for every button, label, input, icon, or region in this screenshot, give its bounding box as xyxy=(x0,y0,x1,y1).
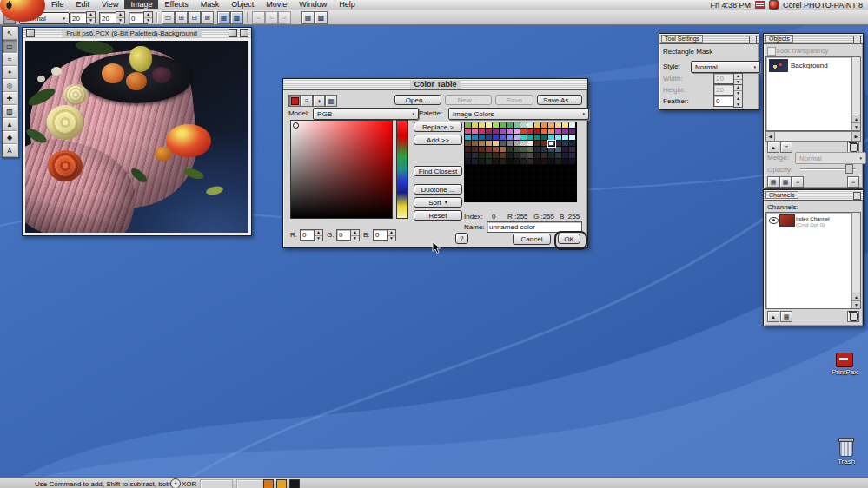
palette-swatch[interactable] xyxy=(562,189,569,195)
channels-tab[interactable]: Channels xyxy=(765,191,798,199)
toolbar-width-stepper[interactable]: ▲▼ xyxy=(86,11,96,23)
palette-swatch[interactable] xyxy=(520,171,527,177)
palette-swatch[interactable] xyxy=(562,159,569,165)
menu-edit[interactable]: Edit xyxy=(70,0,96,9)
palette-swatch[interactable] xyxy=(493,147,500,153)
palette-swatch[interactable] xyxy=(479,183,486,189)
palette-swatch[interactable] xyxy=(493,195,500,201)
pick-tool[interactable]: ↖ xyxy=(3,27,17,40)
menu-object[interactable]: Object xyxy=(225,0,260,9)
stepper-down-icon[interactable]: ▼ xyxy=(315,236,322,241)
layer-name[interactable]: Background xyxy=(791,62,828,69)
menu-clock[interactable]: Fri 4:38 PM xyxy=(710,1,751,10)
desktop-icon-printpax[interactable]: PrintPax xyxy=(825,353,864,376)
channels-vscroll[interactable]: ▲ ▼ xyxy=(851,213,860,308)
palette-swatch[interactable] xyxy=(569,135,576,141)
palette-swatch[interactable] xyxy=(562,177,569,183)
palette-swatch[interactable] xyxy=(472,153,479,159)
palette-swatch[interactable] xyxy=(507,122,514,129)
palette-swatch[interactable] xyxy=(465,183,472,189)
stepper-down-icon[interactable]: ▼ xyxy=(87,18,95,23)
find-closest-button[interactable]: Find Closest xyxy=(414,166,462,176)
palette-swatch[interactable] xyxy=(562,135,569,141)
stepper-down-icon[interactable]: ▼ xyxy=(388,236,395,241)
text-tool[interactable]: A xyxy=(3,144,17,157)
palette-swatch[interactable] xyxy=(507,165,514,171)
palette-swatch[interactable] xyxy=(500,195,507,201)
palette-swatch[interactable] xyxy=(569,183,576,189)
palette-swatch[interactable] xyxy=(520,141,527,147)
color-selection-field[interactable] xyxy=(290,120,393,219)
palette-swatch[interactable] xyxy=(472,141,479,147)
palette-swatch[interactable] xyxy=(534,129,541,135)
duotone-button[interactable]: Duotone ... xyxy=(414,184,462,195)
stepper-down-icon[interactable]: ▼ xyxy=(734,102,742,108)
palette-swatch[interactable] xyxy=(527,183,534,189)
palette-swatch[interactable] xyxy=(541,177,548,183)
palette-swatch[interactable] xyxy=(555,153,562,159)
palette-swatch[interactable] xyxy=(541,135,548,141)
mask-rectangle-tool[interactable]: ▭ xyxy=(3,40,17,53)
palette-swatch[interactable] xyxy=(500,177,507,183)
image-canvas[interactable] xyxy=(25,41,248,233)
palette-swatch[interactable] xyxy=(479,165,486,171)
palette-swatch[interactable] xyxy=(507,195,514,201)
application-menu-icon[interactable] xyxy=(769,0,779,10)
zoom-box-icon[interactable] xyxy=(229,29,237,37)
palette-swatch[interactable] xyxy=(500,129,507,135)
palette-swatch[interactable] xyxy=(493,159,500,165)
palette-swatch[interactable] xyxy=(514,195,520,201)
palette-swatch[interactable] xyxy=(534,122,541,129)
application-menu[interactable]: Corel PHOTO-PAINT 8 xyxy=(783,1,863,10)
palette-swatch[interactable] xyxy=(479,147,486,153)
palette-swatch[interactable] xyxy=(486,195,493,201)
stepper-down-icon[interactable]: ▼ xyxy=(351,236,359,241)
scroll-up-icon[interactable]: ▲ xyxy=(852,115,860,122)
paint-color-chip[interactable] xyxy=(263,479,274,488)
palette-swatch[interactable] xyxy=(527,153,534,159)
palette-swatch[interactable] xyxy=(527,159,534,165)
palette-swatch[interactable] xyxy=(527,147,534,153)
slider-thumb-icon[interactable] xyxy=(845,164,853,174)
palette-swatch[interactable] xyxy=(514,147,520,153)
new-channel-button[interactable]: ▲ xyxy=(767,311,779,322)
palette-swatch[interactable] xyxy=(555,122,562,129)
palette-swatch[interactable] xyxy=(493,122,500,129)
visibility-eye-icon[interactable] xyxy=(769,217,779,224)
palette-swatch[interactable] xyxy=(534,195,541,201)
palette-swatch[interactable] xyxy=(507,135,514,141)
objects-titlebar[interactable]: Objects xyxy=(764,34,863,44)
palette-swatch[interactable] xyxy=(479,153,486,159)
ok-button[interactable]: OK xyxy=(558,234,580,244)
menu-mask[interactable]: Mask xyxy=(195,0,226,9)
palette-swatch[interactable] xyxy=(514,129,520,135)
palette-swatch[interactable] xyxy=(569,147,576,153)
palette-swatch[interactable] xyxy=(527,141,534,147)
menu-help[interactable]: Help xyxy=(333,0,361,9)
menu-movie[interactable]: Movie xyxy=(260,0,293,9)
palette-swatch[interactable] xyxy=(500,183,507,189)
menu-file[interactable]: File xyxy=(45,0,70,9)
palette-swatch[interactable] xyxy=(548,129,555,135)
collapse-box-icon[interactable] xyxy=(853,192,861,200)
scroll-right-icon[interactable]: ▶ xyxy=(851,132,860,141)
palette-swatch[interactable] xyxy=(541,141,548,147)
palette-swatch[interactable] xyxy=(527,122,534,129)
palette-swatch[interactable] xyxy=(479,141,486,147)
palette-swatch[interactable] xyxy=(486,177,493,183)
palette-swatch[interactable] xyxy=(548,141,555,147)
palette-swatch[interactable] xyxy=(534,171,541,177)
palette-swatch[interactable] xyxy=(479,122,486,129)
palette-swatch[interactable] xyxy=(486,153,493,159)
palette-swatch[interactable] xyxy=(472,171,479,177)
palette-swatch[interactable] xyxy=(548,171,555,177)
mask-lasso-tool[interactable]: ≈ xyxy=(3,53,17,66)
palette-swatch[interactable] xyxy=(569,153,576,159)
fill-color-chip[interactable] xyxy=(289,479,300,488)
palette-swatch[interactable] xyxy=(472,129,479,135)
palette-swatch[interactable] xyxy=(520,147,527,153)
palette-swatch[interactable] xyxy=(500,141,507,147)
feather-stepper[interactable]: ▲▼ xyxy=(733,96,743,108)
palette-swatch[interactable] xyxy=(569,165,576,171)
palette-swatch[interactable] xyxy=(548,195,555,201)
